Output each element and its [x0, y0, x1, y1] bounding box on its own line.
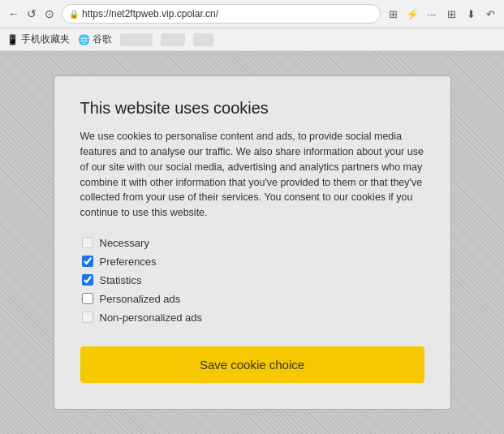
- necessary-checkbox[interactable]: [82, 237, 93, 248]
- bookmarks-bar: 📱 手机收藏夹 🌐 谷歌: [0, 28, 504, 51]
- save-cookie-choice-button[interactable]: Save cookie choice: [80, 346, 424, 383]
- more-icon[interactable]: ···: [424, 6, 439, 21]
- non-personalized-ads-label: Non-personalized ads: [100, 312, 202, 324]
- statistics-label: Statistics: [100, 274, 142, 286]
- browser-right-icons: ⊞ ⚡ ··· ⊞ ⬇ ↶: [386, 6, 498, 21]
- reload-icon[interactable]: ↺: [24, 6, 39, 21]
- cookie-dialog: This website uses cookies We use cookies…: [54, 75, 451, 410]
- personalized-ads-label: Personalized ads: [100, 293, 181, 305]
- lightning-icon[interactable]: ⚡: [405, 6, 420, 21]
- browser-bar: ← ↺ ⊙ 🔒 https://net2ftpweb.vip.cpolar.cn…: [0, 0, 504, 28]
- url-text: https://net2ftpweb.vip.cpolar.cn/: [82, 8, 373, 19]
- bookmark-placeholder-2: [161, 33, 185, 46]
- bookmark-phone-label: 手机收藏夹: [21, 32, 70, 46]
- necessary-label: Necessary: [100, 237, 149, 249]
- lock-icon: 🔒: [69, 10, 79, 19]
- nav-icons: ← ↺ ⊙: [6, 6, 57, 21]
- preferences-label: Preferences: [100, 256, 157, 268]
- translate-icon[interactable]: ⊞: [386, 6, 400, 21]
- address-bar[interactable]: 🔒 https://net2ftpweb.vip.cpolar.cn/: [62, 4, 381, 24]
- bookmark-google[interactable]: 🌐 谷歌: [78, 32, 112, 46]
- bookmark-placeholder-3: [193, 33, 213, 46]
- bookmark-phone[interactable]: 📱 手机收藏夹: [6, 32, 70, 46]
- back-arrow-icon[interactable]: ↶: [483, 6, 498, 21]
- apps-icon[interactable]: ⊞: [444, 6, 459, 21]
- phone-icon: 📱: [6, 34, 19, 45]
- non-personalized-ads-checkbox[interactable]: [82, 312, 93, 323]
- download-icon[interactable]: ⬇: [463, 6, 478, 21]
- checkbox-list: Necessary Preferences Statistics Persona…: [80, 237, 424, 324]
- statistics-checkbox[interactable]: [82, 274, 93, 286]
- back-icon[interactable]: ←: [6, 6, 21, 21]
- checkbox-statistics: Statistics: [82, 274, 424, 286]
- checkbox-preferences: Preferences: [82, 256, 424, 268]
- page-area: This website uses cookies We use cookies…: [0, 51, 504, 434]
- preferences-checkbox[interactable]: [82, 256, 93, 267]
- home-icon[interactable]: ⊙: [42, 6, 57, 21]
- google-icon: 🌐: [78, 34, 90, 45]
- checkbox-personalized-ads: Personalized ads: [82, 293, 424, 305]
- checkbox-non-personalized-ads: Non-personalized ads: [82, 312, 424, 324]
- checkbox-necessary: Necessary: [82, 237, 424, 249]
- dialog-body: We use cookies to personalise content an…: [80, 129, 424, 221]
- personalized-ads-checkbox[interactable]: [82, 293, 93, 304]
- dialog-title: This website uses cookies: [80, 99, 424, 118]
- bookmark-google-label: 谷歌: [93, 32, 112, 46]
- bookmark-placeholder-1: [120, 33, 153, 46]
